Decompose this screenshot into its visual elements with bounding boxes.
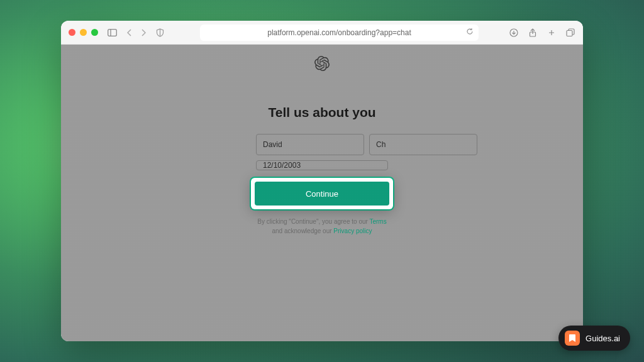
continue-button[interactable]: Continue [255,182,389,206]
minimize-window-button[interactable] [80,29,87,36]
onboarding-form: Tell us about you Continue By clicking "… [256,105,388,236]
toolbar-right [509,28,575,38]
openai-logo-icon [314,56,330,74]
sidebar-toggle-icon[interactable] [107,28,117,38]
browser-window: platform.openai.com/onboarding?app=chat [61,21,583,341]
forward-button[interactable] [137,26,150,39]
window-controls [69,29,98,36]
maximize-window-button[interactable] [91,29,98,36]
guides-badge[interactable]: Guides.ai [558,326,630,351]
tabs-icon[interactable] [565,28,575,38]
url-text: platform.openai.com/onboarding?app=chat [267,28,411,37]
refresh-icon[interactable] [466,28,474,37]
page-content: Tell us about you Continue By clicking "… [61,45,583,341]
name-row [256,134,388,155]
continue-highlight: Continue [251,178,393,209]
back-button[interactable] [123,26,136,39]
download-icon[interactable] [509,28,519,38]
new-tab-icon[interactable] [547,28,557,38]
close-window-button[interactable] [69,29,75,36]
bookmark-icon [565,331,580,346]
first-name-input[interactable] [256,134,364,155]
guides-label: Guides.ai [586,334,620,343]
svg-rect-9 [567,30,572,36]
disclaimer-text: By clicking "Continue", you agree to our… [256,217,388,236]
privacy-shield-icon[interactable] [155,28,165,38]
address-bar[interactable]: platform.openai.com/onboarding?app=chat [200,25,479,41]
svg-rect-0 [108,29,116,36]
browser-toolbar: platform.openai.com/onboarding?app=chat [61,21,583,45]
nav-arrows [123,26,150,39]
terms-link[interactable]: Terms [369,218,386,225]
privacy-link[interactable]: Privacy policy [333,228,372,234]
page-heading: Tell us about you [268,105,375,120]
share-icon[interactable] [528,28,538,38]
last-name-input[interactable] [369,134,477,155]
birthdate-input[interactable] [256,160,388,170]
